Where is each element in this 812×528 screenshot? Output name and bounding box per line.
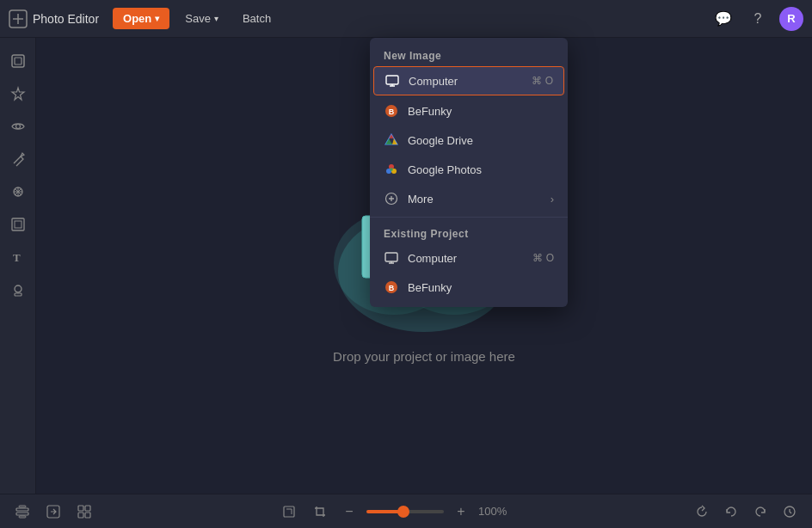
batch-button[interactable]: Batch — [234, 9, 280, 28]
sidebar-item-eye[interactable] — [3, 112, 33, 141]
menu-item-more[interactable]: More › — [370, 184, 568, 213]
sidebar-item-brush[interactable] — [3, 144, 33, 174]
menu-item-google-photos[interactable]: Google Photos — [370, 155, 568, 184]
google-photos-icon — [384, 162, 399, 177]
save-button[interactable]: Save ▾ — [176, 9, 227, 28]
app-logo: Photo Editor — [9, 9, 99, 28]
svg-rect-27 — [19, 516, 26, 518]
sidebar: T — [0, 38, 36, 494]
menu-item-google-drive[interactable]: Google Drive — [370, 126, 568, 155]
svg-rect-31 — [78, 513, 83, 518]
computer-shortcut-new: ⌘ O — [532, 75, 553, 87]
bottom-right — [690, 500, 802, 524]
zoom-in-button[interactable]: + — [451, 501, 471, 522]
menu-label-befunky-new: BeFunky — [408, 105, 452, 118]
new-image-section-title: New Image — [370, 43, 568, 65]
svg-text:B: B — [389, 284, 395, 292]
existing-project-section-title: Existing Project — [370, 221, 568, 243]
app-title: Photo Editor — [33, 12, 99, 26]
svg-rect-29 — [78, 506, 83, 511]
svg-text:B: B — [389, 107, 395, 116]
zoom-slider[interactable] — [366, 510, 444, 513]
menu-label-befunky-existing: BeFunky — [408, 281, 452, 294]
sidebar-item-magic[interactable] — [3, 177, 33, 206]
fit-button[interactable] — [277, 500, 301, 524]
open-caret: ▾ — [155, 14, 159, 23]
sidebar-item-layers[interactable] — [3, 46, 33, 76]
logo-icon — [9, 9, 28, 28]
menu-item-befunky-existing[interactable]: B BeFunky — [370, 273, 568, 302]
drop-text: Drop your project or image here — [333, 349, 515, 364]
menu-item-computer-new[interactable]: Computer ⌘ O — [373, 66, 564, 95]
plus-icon — [384, 191, 399, 206]
chat-icon-button[interactable]: 💬 — [710, 6, 736, 32]
menu-divider — [370, 217, 568, 218]
open-button[interactable]: Open ▾ — [113, 8, 169, 29]
avatar[interactable]: R — [779, 7, 803, 31]
menu-item-befunky-new[interactable]: B BeFunky — [370, 96, 568, 126]
sidebar-item-text[interactable]: T — [3, 243, 33, 272]
svg-point-45 — [390, 168, 393, 171]
monitor-icon — [384, 73, 400, 89]
topbar: Photo Editor Open ▾ Save ▾ Batch 💬 ? R — [0, 0, 812, 38]
svg-rect-33 — [284, 507, 294, 517]
sidebar-item-frame[interactable] — [3, 210, 33, 239]
bottombar: − + 100% — [0, 494, 812, 528]
history-button[interactable] — [778, 500, 802, 524]
svg-rect-3 — [12, 55, 24, 67]
layers-bottom-button[interactable] — [10, 500, 34, 524]
sidebar-item-stamp[interactable] — [3, 275, 33, 304]
topbar-right: 💬 ? R — [710, 6, 803, 32]
bottom-center: − + 100% — [277, 500, 509, 524]
svg-point-5 — [15, 125, 20, 129]
svg-rect-26 — [19, 506, 26, 507]
help-icon-button[interactable]: ? — [745, 6, 771, 32]
open-dropdown: New Image Computer ⌘ O B BeFunky — [370, 38, 568, 307]
svg-rect-11 — [15, 293, 22, 296]
svg-rect-30 — [85, 506, 90, 511]
crop-button[interactable] — [308, 500, 332, 524]
menu-label-more: More — [408, 193, 434, 206]
export-button[interactable] — [41, 500, 65, 524]
befunky-icon-existing: B — [384, 279, 399, 295]
undo-button[interactable] — [719, 500, 743, 524]
menu-label-computer-existing: Computer — [408, 252, 457, 265]
svg-rect-4 — [15, 58, 22, 64]
zoom-out-button[interactable]: − — [339, 501, 360, 522]
svg-rect-24 — [16, 508, 28, 511]
befunky-icon-new: B — [384, 103, 399, 119]
menu-item-computer-existing[interactable]: Computer ⌘ O — [370, 243, 568, 273]
svg-text:T: T — [13, 251, 21, 264]
redo-button[interactable] — [748, 500, 772, 524]
menu-label-computer-new: Computer — [409, 75, 458, 88]
computer-shortcut-existing: ⌘ O — [532, 252, 554, 264]
svg-rect-7 — [12, 218, 24, 230]
svg-rect-35 — [386, 76, 398, 84]
bottom-left — [10, 500, 96, 524]
svg-rect-25 — [16, 513, 28, 515]
svg-rect-8 — [15, 221, 22, 228]
svg-rect-32 — [85, 513, 90, 518]
refresh-button[interactable] — [690, 500, 714, 524]
zoom-level: 100% — [478, 505, 509, 518]
save-caret: ▾ — [214, 14, 218, 23]
sidebar-item-effects[interactable] — [3, 79, 33, 108]
grid-button[interactable] — [72, 500, 96, 524]
google-drive-icon — [384, 132, 399, 148]
svg-point-10 — [15, 285, 22, 292]
svg-rect-47 — [385, 253, 397, 261]
svg-marker-39 — [385, 138, 392, 144]
menu-label-google-photos: Google Photos — [408, 163, 482, 176]
monitor-icon-existing — [384, 250, 399, 266]
more-arrow: › — [551, 193, 554, 206]
menu-label-google-drive: Google Drive — [408, 134, 473, 147]
